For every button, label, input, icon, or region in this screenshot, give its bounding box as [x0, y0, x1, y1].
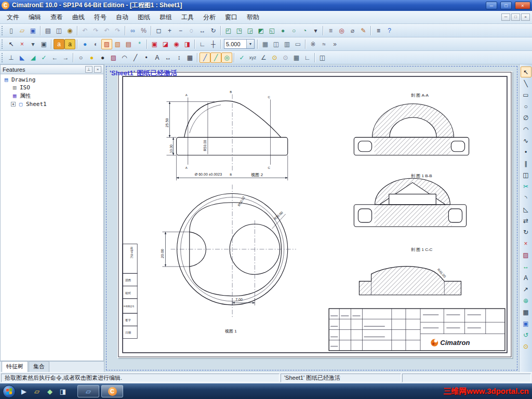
projection-view-button[interactable]: ◨	[182, 39, 193, 49]
view-circular-plan[interactable]: 20.00 7.00 R20.00 R50.02 视图 1	[161, 184, 296, 334]
text-tool-button[interactable]: A	[152, 52, 163, 63]
circle-button[interactable]: ○	[521, 101, 531, 112]
annotation-text-button[interactable]: a	[54, 39, 64, 49]
sphere-dark-button[interactable]: ●	[97, 52, 108, 63]
hidden-line-display-button[interactable]: ◔	[299, 25, 310, 36]
minimize-button[interactable]: ─	[486, 2, 497, 9]
screen-capture-button[interactable]: ◎	[336, 25, 347, 36]
section-view-button[interactable]: ◪	[160, 39, 171, 49]
panel-tab-sets[interactable]: 集合	[29, 361, 49, 372]
hatch-tool-button[interactable]: ▨	[108, 52, 119, 63]
view-manager-button[interactable]: ▣	[521, 318, 531, 329]
panel-toggle-button[interactable]: ◫	[317, 52, 328, 63]
sphere-yellow-button[interactable]: ●	[86, 52, 97, 63]
arc-tool-button[interactable]: ◠	[119, 52, 130, 63]
rotate-view-button[interactable]: ↻	[208, 25, 219, 36]
print-preview-button[interactable]: ◫	[54, 25, 64, 36]
line-button[interactable]: ╲	[521, 78, 531, 89]
detail-view-button[interactable]: ◉	[171, 39, 182, 49]
close-button[interactable]: ×	[515, 2, 530, 9]
axis-display-button[interactable]: ┼	[208, 39, 219, 49]
trim-button[interactable]: ✂	[521, 181, 531, 192]
text-button[interactable]: A	[521, 272, 531, 283]
display-percent-button[interactable]: %	[138, 25, 149, 36]
light-off-button[interactable]: ⊙	[280, 52, 291, 63]
dim-vertical-button[interactable]: ↕	[174, 52, 184, 63]
view-section-cc[interactable]: 剖 图 1 C-C R45.00	[359, 247, 461, 295]
rotate-button[interactable]: ↻	[521, 227, 531, 237]
dim-angle-button[interactable]: ∠	[258, 52, 269, 63]
menu-item-2[interactable]: 查看	[46, 11, 68, 23]
panel-close-icon[interactable]: ×	[94, 66, 101, 73]
point-button[interactable]: •	[521, 147, 531, 157]
undo-list-button[interactable]: ↶	[101, 25, 112, 36]
redo-list-button[interactable]: ↷	[112, 25, 123, 36]
taskbar-app-media-icon[interactable]: ▶	[18, 385, 30, 397]
dimension-button[interactable]: ↔	[521, 261, 531, 272]
menu-item-7[interactable]: 群组	[155, 11, 177, 23]
undo-button[interactable]: ↶	[79, 25, 90, 36]
new-document-button[interactable]: ▯	[6, 25, 17, 36]
cimatron-window-button[interactable]: C	[101, 385, 123, 397]
ucs-button[interactable]: ∟	[197, 39, 208, 49]
select-arrow-button[interactable]: ↖	[521, 66, 531, 77]
save-document-button[interactable]: ▣	[28, 25, 38, 36]
render-globe-button[interactable]: ●	[79, 39, 90, 49]
menu-item-4[interactable]: 符号	[89, 11, 111, 23]
offset-button[interactable]: ∥	[521, 158, 531, 169]
help-button[interactable]: ?	[384, 25, 395, 36]
circle-tool-button[interactable]: ○	[75, 52, 86, 63]
lightbulb-button[interactable]: ⊙	[521, 341, 531, 352]
pan-button[interactable]: ↔	[197, 25, 208, 36]
tools-extra-button[interactable]: ※	[308, 39, 318, 49]
sketch-button[interactable]: ✎	[358, 25, 369, 36]
toolbar-grip[interactable]	[2, 39, 4, 49]
datum-plane-green-button[interactable]: ◢	[28, 52, 38, 63]
layers-button[interactable]: ≡	[325, 25, 336, 36]
menu-item-0[interactable]: 文件	[2, 11, 24, 23]
ellipse-button[interactable]: ∅	[521, 112, 531, 123]
insert-table-button[interactable]: ◫	[271, 39, 282, 49]
drawing-canvas[interactable]: 'Sheet1' 图纸已经激活	[104, 64, 519, 372]
tree-item-iso[interactable]: ▥ISO	[10, 84, 102, 91]
hatch-style-button[interactable]: ▨	[101, 39, 112, 49]
leader-button[interactable]: ↗	[521, 284, 531, 295]
arc-button[interactable]: ◠	[521, 124, 531, 135]
explorer-window-button[interactable]: ▱	[77, 385, 99, 397]
view-list-button[interactable]: ▾	[310, 25, 321, 36]
snap-settings-button[interactable]: *	[134, 39, 145, 49]
view-section-aa[interactable]: 剖 图 A-A	[354, 93, 469, 155]
snap-target-button[interactable]: ◎	[221, 52, 232, 63]
stamp-button[interactable]: ◉	[64, 25, 75, 36]
symbol-button[interactable]: ⊕	[521, 295, 531, 306]
annotation-note-button[interactable]: a	[64, 39, 75, 49]
expander-icon[interactable]: +	[11, 102, 16, 107]
menu-item-11[interactable]: 帮助	[242, 11, 264, 23]
more-commands-button[interactable]: »	[329, 39, 340, 49]
toolbar-grip[interactable]	[2, 26, 4, 35]
move-button[interactable]: ⇄	[521, 215, 531, 226]
panel-tab-feature-tree[interactable]: 特征树	[2, 361, 28, 372]
scale-combobox[interactable]: 5.000▾	[224, 39, 255, 49]
verify-button[interactable]: ✓	[38, 52, 49, 63]
menu-item-10[interactable]: 窗口	[220, 11, 242, 23]
tree-item-sheet1[interactable]: +▢Sheet1	[10, 100, 102, 108]
selection-filter-button[interactable]: ▾	[28, 39, 38, 49]
menu-item-3[interactable]: 曲线	[68, 11, 89, 23]
grid-snap-button[interactable]: ▦	[291, 52, 302, 63]
light-on-button[interactable]: ⊙	[269, 52, 280, 63]
engineering-drawing[interactable]: A B C A B C 25.50 10.00	[117, 71, 512, 358]
spline-button[interactable]: ∿	[521, 135, 531, 146]
chamfer-button[interactable]: ◺	[521, 204, 531, 215]
refresh-button[interactable]: ↺	[521, 329, 531, 340]
zoom-window-button[interactable]: ◻	[153, 25, 164, 36]
tree-item-properties[interactable]: ▦属性	[10, 91, 102, 100]
wireframe-display-button[interactable]: ○	[288, 25, 299, 36]
mdi-close-button[interactable]: ×	[521, 14, 530, 21]
table-button[interactable]: ▦	[521, 307, 531, 317]
sketch-line-blue-button[interactable]: ╱	[200, 52, 210, 63]
pattern-fill-button[interactable]: ▧	[112, 39, 123, 49]
pin-view-button[interactable]: ⊥	[6, 52, 17, 63]
dim-horizontal-button[interactable]: ↔	[163, 52, 174, 63]
drawing-sheet[interactable]: A B C A B C 25.50 10.00	[117, 71, 512, 358]
